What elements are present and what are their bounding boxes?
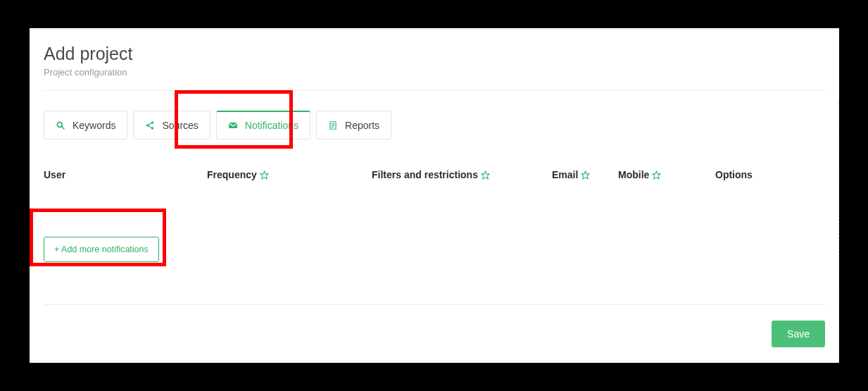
share-icon [145,120,155,130]
tab-notifications[interactable]: Notifications [216,111,310,139]
right-dashed-border [838,99,839,363]
svg-rect-7 [229,123,237,128]
column-filters: Filters and restrictions [372,169,552,180]
svg-line-6 [149,125,152,128]
document-icon [328,120,338,130]
main-panel: Add project Project configuration Keywor… [30,28,839,363]
star-icon [652,170,661,180]
page-title: Add project [44,28,825,64]
footer: Save [44,304,825,347]
tab-label: Keywords [73,120,115,131]
tab-sources[interactable]: Sources [133,111,210,139]
star-icon [260,170,269,180]
divider [44,90,825,91]
column-options: Options [715,169,825,180]
page-subtitle: Project configuration [44,67,825,77]
svg-marker-15 [653,171,660,179]
save-button[interactable]: Save [772,321,825,347]
svg-marker-14 [581,171,589,179]
column-user: User [44,169,207,180]
tab-bar: Keywords Sources Notifications Reports [44,111,825,139]
add-more-notifications-button[interactable]: + Add more notifications [44,237,159,262]
tab-label: Sources [162,120,198,131]
svg-marker-13 [482,171,489,179]
tab-label: Reports [345,120,379,131]
svg-line-5 [149,123,152,125]
svg-marker-12 [260,171,268,179]
envelope-icon [228,120,238,130]
tab-label: Notifications [245,120,298,131]
table-header: User Frequency Filters and restrictions … [44,169,825,180]
column-mobile: Mobile [618,169,715,180]
svg-point-0 [57,122,62,127]
star-icon [581,170,590,180]
column-frequency: Frequency [207,169,372,180]
search-icon [56,120,65,130]
tab-keywords[interactable]: Keywords [44,111,127,139]
tab-reports[interactable]: Reports [316,111,391,139]
svg-line-1 [62,126,65,129]
column-email: Email [552,169,618,180]
star-icon [481,170,490,180]
